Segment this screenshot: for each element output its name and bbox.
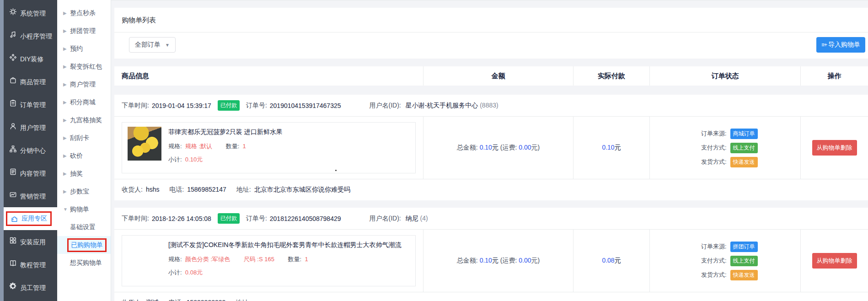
chevron-down-icon: ▼: [165, 43, 170, 48]
order-no: 20181226140508798429: [270, 215, 341, 222]
sidebar-item-install[interactable]: 安装应用: [4, 230, 57, 253]
sidebar-item-orders[interactable]: 订单管理: [4, 93, 57, 116]
order-paid-cell: 0.08元: [573, 230, 649, 292]
annotation-red-box: 应用专区: [6, 211, 52, 226]
submenu-item-label: 抽奖: [70, 170, 83, 178]
sidebar-item-users[interactable]: 用户管理: [4, 116, 57, 139]
order-time: 2019-01-04 15:39:17: [152, 102, 211, 109]
product-title: [测试不发货]COKEIN冬季新款牛角扣毛呢外套男青年中长款连帽男士大衣帅气潮流: [168, 241, 401, 249]
submenu-item-points-mall[interactable]: ▶积分商城: [57, 93, 111, 111]
sidebar-item-marketing[interactable]: 营销管理: [4, 184, 57, 207]
order-meta-row: 下单时间: 2018-12-26 14:05:08 已付款 订单号: 20181…: [114, 208, 868, 230]
toolbar: 全部订单 ▼ ≡+导入购物单: [114, 32, 868, 59]
col-header-status: 订单状态: [649, 66, 800, 86]
product-box: [测试不发货]COKEIN冬季新款牛角扣毛呢外套男青年中长款连帽男士大衣帅气潮流…: [122, 235, 416, 286]
submenu-item-booking[interactable]: ▶预约: [57, 40, 111, 58]
sidebar-item-label: 小程序管理: [20, 32, 52, 40]
order-status-cell: 订单来源:商城订单 支付方式:线上支付 发货方式:快递发送: [649, 117, 800, 179]
main-area: 购物单列表 全部订单 ▼ ≡+导入购物单 商品信息 金额 实际付款 订单状态: [111, 0, 868, 301]
order-time-label: 下单时间:: [122, 215, 149, 223]
order-action-cell: 从购物单删除: [800, 117, 868, 179]
delete-from-list-button[interactable]: 从购物单删除: [812, 140, 857, 156]
delete-from-list-button[interactable]: 从购物单删除: [812, 253, 857, 269]
cursor-dot: [335, 170, 337, 171]
chevron-right-icon: ▶: [63, 46, 67, 51]
order-body-row: 菲律宾都乐无冠菠萝2只装 进口新鲜水果 规格: 规格 :默认 数量: 1 小计:…: [114, 117, 868, 179]
submenu-item-label: 步数宝: [70, 188, 89, 196]
org-chart-icon: [9, 145, 17, 153]
status-badge: 已付款: [218, 213, 240, 224]
sidebar-item-content[interactable]: 内容管理: [4, 161, 57, 184]
submenu-item-wishlist[interactable]: 想买购物单: [57, 254, 111, 272]
order-filter-value: 全部订单: [135, 41, 161, 49]
sidebar-item-label: 应用专区: [21, 215, 47, 223]
sidebar-item-system[interactable]: 系统管理: [4, 1, 57, 24]
shopping-bag-icon: [9, 76, 17, 84]
submenu-item-label: 想买购物单: [70, 259, 102, 267]
submenu-item-label: 砍价: [70, 152, 83, 160]
sidebar-item-staff[interactable]: 员工管理: [4, 276, 57, 299]
submenu-item-label: 刮刮卡: [70, 134, 89, 142]
submenu-item-scratch-card[interactable]: ▶刮刮卡: [57, 129, 111, 147]
sidebar-item-label: 系统管理: [20, 10, 46, 17]
order-user: 用户名(ID): 纳尼 (4): [370, 215, 428, 223]
product-title: 菲律宾都乐无冠菠萝2只装 进口新鲜水果: [168, 128, 283, 136]
order-no-label: 订单号:: [246, 215, 267, 223]
order-time: 2018-12-26 14:05:08: [152, 215, 211, 222]
sidebar-item-goods[interactable]: 商品管理: [4, 70, 57, 93]
submenu-item-label: 积分商城: [70, 98, 96, 107]
user-icon: [9, 122, 17, 130]
submenu-item-lottery-grid[interactable]: ▶九宫格抽奖: [57, 111, 111, 129]
order-source-badge: 拼团订单: [730, 242, 758, 252]
chevron-right-icon: ▶: [63, 153, 67, 158]
sidebar-item-distribution[interactable]: 分销中心: [4, 139, 57, 161]
order-status-cell: 订单来源:拼团订单 支付方式:线上支付 发货方式:快递发送: [649, 230, 800, 292]
product-specs: 规格: 颜色分类 :军绿色 尺码 :S 165 数量: 1: [168, 255, 401, 263]
chevron-right-icon: ▶: [63, 171, 67, 176]
chevron-right-icon: ▶: [63, 135, 67, 140]
submenu-item-shopping-list[interactable]: ▼购物单: [57, 200, 111, 218]
product-box: 菲律宾都乐无冠菠萝2只装 进口新鲜水果 规格: 规格 :默认 数量: 1 小计:…: [122, 122, 416, 173]
diamonds-icon: [9, 54, 17, 61]
chevron-right-icon: ▶: [63, 100, 67, 105]
status-badge: 已付款: [218, 100, 240, 111]
submenu-item-lottery[interactable]: ▶抽奖: [57, 165, 111, 183]
list-panel-header: 购物单列表 全部订单 ▼ ≡+导入购物单: [114, 8, 868, 59]
submenu-item-redpacket[interactable]: ▶裂变拆红包: [57, 58, 111, 75]
submenu-item-label: 裂变拆红包: [70, 63, 102, 71]
submenu-item-groupbuy[interactable]: ▶拼团管理: [57, 22, 111, 40]
import-list-icon: ≡+: [821, 42, 827, 48]
col-header-action: 操作: [800, 66, 868, 86]
submenu-item-label: 购物单: [70, 205, 89, 214]
ship-method-badge: 快递发送: [730, 270, 758, 280]
submenu-item-basic-settings[interactable]: 基础设置: [57, 218, 111, 236]
content-area: 购物单列表 全部订单 ▼ ≡+导入购物单 商品信息 金额 实际付款 订单状态: [111, 0, 868, 301]
submenu-item-bargain[interactable]: ▶砍价: [57, 147, 111, 165]
chevron-right-icon: ▶: [63, 82, 67, 87]
order-no: 20190104153917467325: [270, 102, 341, 109]
sidebar-item-tutorial[interactable]: 教程管理: [4, 253, 57, 276]
sidebar-item-label: 内容管理: [20, 170, 46, 177]
order-amount-cell: 总金额: 0.10元 (运费: 0.00元): [423, 230, 573, 292]
sidebar-item-label: 营销管理: [20, 193, 46, 200]
order-action-cell: 从购物单删除: [800, 230, 868, 292]
import-shopping-list-button[interactable]: ≡+导入购物单: [816, 37, 865, 53]
submenu-item-purchased-list[interactable]: 已购购物单: [57, 236, 111, 254]
sidebar-scrollbar[interactable]: [0, 0, 4, 301]
submenu-item-steps[interactable]: ▶步数宝: [57, 183, 111, 200]
order-amount-cell: 总金额: 0.10元 (运费: 0.00元): [423, 117, 573, 179]
sidebar-item-miniprogram[interactable]: 小程序管理: [4, 24, 57, 47]
order-source-badge: 商城订单: [730, 129, 758, 139]
sidebar-item-label: 员工管理: [20, 284, 46, 291]
sidebar-item-label: 安装应用: [20, 238, 46, 246]
submenu-item-merchant[interactable]: ▶商户管理: [57, 75, 111, 93]
submenu-item-seckill[interactable]: ▶整点秒杀: [57, 4, 111, 22]
ship-method-badge: 快递发送: [730, 157, 758, 167]
submenu-item-label: 商户管理: [70, 81, 96, 89]
sidebar-item-diy[interactable]: DIY装修: [4, 47, 57, 70]
pay-method-badge: 线上支付: [730, 256, 758, 266]
sidebar-item-apps-zone[interactable]: 应用专区: [4, 207, 57, 230]
chevron-right-icon: ▶: [63, 28, 67, 33]
order-filter-dropdown[interactable]: 全部订单 ▼: [129, 37, 176, 53]
submenu-item-label: 九宫格抽奖: [70, 116, 102, 124]
